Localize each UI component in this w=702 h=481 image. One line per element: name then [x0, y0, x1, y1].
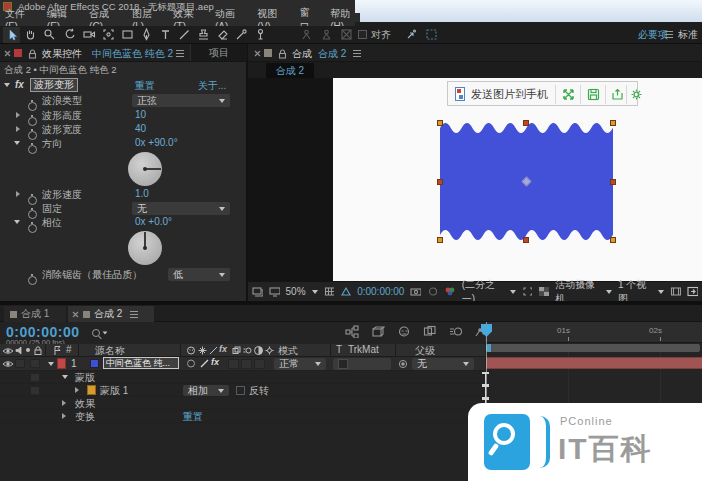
- collapse-icon[interactable]: [198, 346, 207, 355]
- lock-icon[interactable]: [33, 345, 43, 356]
- fx-toggle[interactable]: fx: [211, 357, 219, 367]
- close-icon[interactable]: [72, 311, 79, 318]
- disclosure-down-icon[interactable]: [4, 83, 10, 87]
- panel-drag-icon[interactable]: [14, 49, 22, 57]
- node-tool-icon[interactable]: [300, 28, 313, 41]
- param-value[interactable]: 10: [135, 109, 146, 120]
- hand-tool[interactable]: [24, 28, 37, 41]
- time-ruler[interactable]: 01s 02s: [485, 322, 702, 343]
- workspace-tab-active[interactable]: 必要项: [638, 28, 668, 42]
- clone-stamp-tool[interactable]: [197, 28, 210, 41]
- group-disclosure-icon[interactable]: [62, 375, 68, 379]
- transparency-grid-icon[interactable]: [538, 286, 549, 297]
- view-layout-dropdown-icon[interactable]: [658, 290, 664, 294]
- mask-visibility-slot[interactable]: [30, 386, 40, 395]
- parent-pickwhip-icon[interactable]: [398, 359, 408, 369]
- selection-handle[interactable]: [610, 237, 616, 243]
- mask-visibility-icon[interactable]: [340, 286, 351, 297]
- workspace-tab-standard[interactable]: 标准: [678, 28, 698, 42]
- save-icon[interactable]: [587, 88, 600, 101]
- phase-dial[interactable]: [128, 231, 162, 265]
- effect-reset-link[interactable]: 重置: [135, 79, 155, 93]
- selection-handle[interactable]: [610, 120, 616, 126]
- mask-color-swatch[interactable]: [87, 385, 96, 395]
- effect-about-link[interactable]: 关于...: [198, 79, 226, 93]
- lock-slot[interactable]: [30, 359, 40, 368]
- fast-preview-icon[interactable]: [687, 286, 698, 297]
- stopwatch-icon[interactable]: [28, 145, 37, 154]
- trkmat-dropdown[interactable]: [333, 358, 391, 370]
- mask-mode-dropdown[interactable]: 相加: [183, 385, 229, 396]
- fullscreen-icon[interactable]: [562, 88, 575, 101]
- show-snapshot-icon[interactable]: [427, 286, 438, 297]
- layer-disclosure-icon[interactable]: [48, 362, 54, 366]
- grid-guides-icon[interactable]: [324, 286, 335, 297]
- region-of-interest-icon[interactable]: [522, 286, 533, 297]
- fx-column-icon[interactable]: fx: [219, 344, 227, 354]
- index-column-header[interactable]: #: [66, 344, 72, 355]
- label-color-swatch[interactable]: [57, 358, 66, 369]
- share-icon[interactable]: [611, 88, 624, 101]
- param-value[interactable]: 40: [135, 123, 146, 134]
- workspace-menu-icon[interactable]: [665, 34, 673, 35]
- effect-name[interactable]: 波形变形: [30, 78, 78, 92]
- timeline-tab-comp1[interactable]: 合成 1: [4, 306, 66, 322]
- comp-viewer[interactable]: 发送图片到手机: [248, 78, 702, 281]
- frame-blend-slot[interactable]: [228, 359, 239, 369]
- comp-panel-tab-label[interactable]: 合成: [292, 47, 312, 61]
- effects-group-label[interactable]: 效果: [75, 397, 95, 410]
- parent-dropdown[interactable]: 无: [412, 358, 474, 370]
- roto-brush-tool[interactable]: [235, 28, 248, 41]
- rotation-tool[interactable]: [64, 28, 77, 41]
- selection-handle[interactable]: [437, 179, 443, 185]
- selection-tool[interactable]: [3, 27, 20, 43]
- group-disclosure-icon[interactable]: [62, 400, 66, 406]
- param-value[interactable]: 1.0: [135, 188, 149, 199]
- settings-gear-icon[interactable]: [630, 88, 643, 101]
- snapshot-icon[interactable]: [410, 286, 421, 297]
- layer-row-1[interactable]: 1 中间色蓝色 纯... fx 正常 无: [0, 357, 485, 371]
- comp-viewer-tab[interactable]: 合成 2: [266, 63, 314, 78]
- frame-blend-icon[interactable]: [423, 325, 437, 338]
- param-value[interactable]: 0x +90.0°: [135, 137, 178, 148]
- motion-blur-icon[interactable]: [449, 325, 463, 338]
- shy-icon[interactable]: [186, 346, 196, 355]
- search-options-icon[interactable]: [103, 331, 108, 334]
- quality-icon[interactable]: [209, 346, 218, 355]
- mini-flowchart-icon[interactable]: [345, 325, 359, 338]
- lock-icon[interactable]: [27, 48, 38, 59]
- comp-timecode[interactable]: 0:00:00:00: [357, 286, 404, 297]
- disclosure-down-icon[interactable]: [14, 220, 20, 224]
- puppet-pin-tool[interactable]: [254, 28, 267, 41]
- group-disclosure-icon[interactable]: [62, 413, 66, 419]
- main-viewer-icon[interactable]: [269, 286, 280, 297]
- close-icon[interactable]: [254, 50, 261, 57]
- stopwatch-icon[interactable]: [28, 276, 37, 285]
- draft-3d-icon[interactable]: [371, 325, 385, 338]
- panel-menu-icon[interactable]: [176, 53, 184, 54]
- 3d-layer-column-icon[interactable]: [265, 346, 274, 355]
- project-tab[interactable]: 项目: [190, 44, 247, 61]
- magnification-value[interactable]: 50%: [286, 286, 306, 297]
- masks-group-label[interactable]: 蒙版: [75, 371, 95, 384]
- search-box[interactable]: [92, 327, 112, 339]
- disclosure-right-icon[interactable]: [16, 191, 20, 197]
- disclosure-right-icon[interactable]: [16, 112, 20, 118]
- blend-mode-dropdown[interactable]: 正常: [274, 358, 326, 370]
- pinning-dropdown[interactable]: 无: [132, 202, 230, 215]
- eraser-tool[interactable]: [216, 28, 229, 41]
- effect-header-row[interactable]: fx 波形变形 重置 关于...: [0, 78, 246, 93]
- antialiasing-dropdown[interactable]: 低: [168, 268, 230, 281]
- selection-handle[interactable]: [523, 120, 529, 126]
- shy-toggle[interactable]: [186, 359, 196, 368]
- disclosure-down-icon[interactable]: [14, 141, 20, 145]
- masks-group-row[interactable]: 蒙版: [0, 371, 485, 384]
- channels-icon[interactable]: [444, 286, 456, 297]
- effects-group-row[interactable]: 效果: [0, 397, 485, 410]
- selection-options-icon[interactable]: [425, 28, 438, 41]
- pen-tool[interactable]: [140, 28, 153, 41]
- pan-behind-tool[interactable]: [102, 28, 115, 41]
- layer-name-field[interactable]: 中间色蓝色 纯...: [103, 357, 179, 369]
- 3d-layer-slot[interactable]: [254, 359, 265, 369]
- mode-column-header[interactable]: 模式: [278, 344, 298, 358]
